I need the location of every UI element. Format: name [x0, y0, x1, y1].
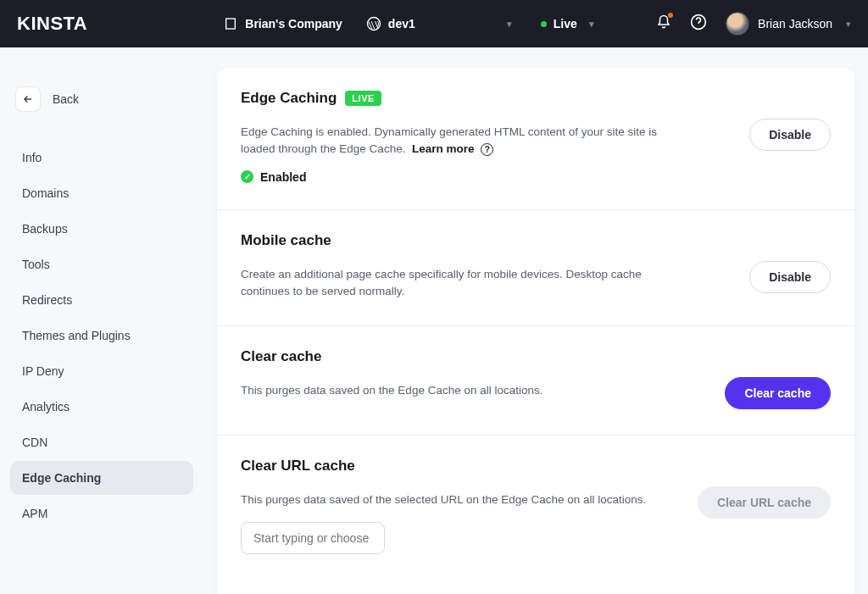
- sidebar-nav: InfoDomainsBackupsToolsRedirectsThemes a…: [10, 141, 193, 530]
- section-edge-caching: Edge Caching LIVE Edge Caching is enable…: [217, 68, 854, 210]
- section-description: This purges data saved of the selected U…: [241, 491, 677, 508]
- environment-selector[interactable]: Live ▾: [541, 17, 594, 31]
- sidebar: Back InfoDomainsBackupsToolsRedirectsThe…: [0, 47, 203, 594]
- company-name: Brian's Company: [245, 17, 342, 31]
- section-title-text: Edge Caching: [241, 90, 337, 107]
- chevron-down-icon: ▾: [507, 19, 512, 30]
- notification-dot-icon: [668, 13, 673, 18]
- back-button[interactable]: [15, 86, 41, 112]
- section-mobile-cache: Mobile cache Create an additional page c…: [217, 210, 854, 327]
- help-circle-icon: [690, 14, 707, 31]
- site-name: dev1: [388, 17, 415, 31]
- check-circle-icon: ✓: [241, 170, 253, 183]
- disable-mobile-cache-button[interactable]: Disable: [749, 261, 831, 293]
- user-name: Brian Jackson: [758, 17, 832, 31]
- help-button[interactable]: [690, 14, 707, 34]
- svg-rect-0: [226, 19, 236, 29]
- clear-url-cache-button[interactable]: Clear URL cache: [698, 486, 831, 519]
- section-description: Create an additional page cache specific…: [241, 266, 682, 301]
- main-content: Edge Caching LIVE Edge Caching is enable…: [203, 47, 868, 594]
- sidebar-item-redirects[interactable]: Redirects: [10, 283, 193, 317]
- section-title-text: Clear URL cache: [241, 458, 355, 475]
- user-menu[interactable]: Brian Jackson ▾: [726, 12, 851, 36]
- status-row: ✓ Enabled: [241, 170, 682, 184]
- section-clear-cache: Clear cache This purges data saved on th…: [217, 326, 854, 436]
- chevron-down-icon: ▾: [589, 19, 594, 30]
- section-title-text: Mobile cache: [241, 232, 331, 249]
- topbar: KINSTA Brian's Company dev1 ▾ Live ▾ Bri…: [0, 0, 868, 47]
- sidebar-item-domains[interactable]: Domains: [10, 176, 193, 210]
- sidebar-item-analytics[interactable]: Analytics: [10, 390, 193, 424]
- arrow-left-icon: [22, 93, 34, 105]
- help-circle-icon: ?: [481, 143, 493, 156]
- chevron-down-icon: ▾: [846, 19, 851, 30]
- brand-logo: KINSTA: [17, 13, 87, 35]
- learn-more-link[interactable]: Learn more ?: [412, 142, 493, 155]
- sidebar-item-backups[interactable]: Backups: [10, 212, 193, 246]
- section-clear-url-cache: Clear URL cache This purges data saved o…: [217, 436, 854, 580]
- avatar: [726, 12, 749, 36]
- building-icon: [223, 16, 238, 31]
- sidebar-item-info[interactable]: Info: [10, 141, 193, 175]
- sidebar-item-ip-deny[interactable]: IP Deny: [10, 354, 193, 388]
- sidebar-item-apm[interactable]: APM: [10, 497, 193, 530]
- section-description: Edge Caching is enabled. Dynamically gen…: [241, 124, 682, 158]
- section-title: Clear cache: [241, 348, 682, 365]
- notifications-button[interactable]: [656, 14, 671, 33]
- section-title: Edge Caching LIVE: [241, 90, 682, 107]
- url-cache-input[interactable]: [241, 522, 385, 554]
- company-selector[interactable]: Brian's Company: [223, 16, 342, 31]
- section-title-text: Clear cache: [241, 348, 321, 365]
- sidebar-item-themes-and-plugins[interactable]: Themes and Plugins: [10, 319, 193, 353]
- site-selector[interactable]: dev1 ▾: [366, 16, 512, 31]
- sidebar-item-edge-caching[interactable]: Edge Caching: [10, 461, 193, 495]
- sidebar-item-cdn[interactable]: CDN: [10, 425, 193, 459]
- status-dot-icon: [541, 21, 547, 27]
- live-badge: LIVE: [345, 91, 381, 106]
- section-description: This purges data saved on the Edge Cache…: [241, 382, 682, 399]
- section-title: Mobile cache: [241, 232, 682, 249]
- disable-edge-caching-button[interactable]: Disable: [749, 119, 831, 151]
- status-label: Enabled: [260, 170, 306, 184]
- section-title: Clear URL cache: [241, 458, 677, 475]
- clear-cache-button[interactable]: Clear cache: [725, 377, 831, 409]
- sidebar-item-tools[interactable]: Tools: [10, 247, 193, 281]
- environment-label: Live: [554, 17, 577, 31]
- back-label: Back: [53, 92, 79, 106]
- wordpress-icon: [366, 16, 381, 31]
